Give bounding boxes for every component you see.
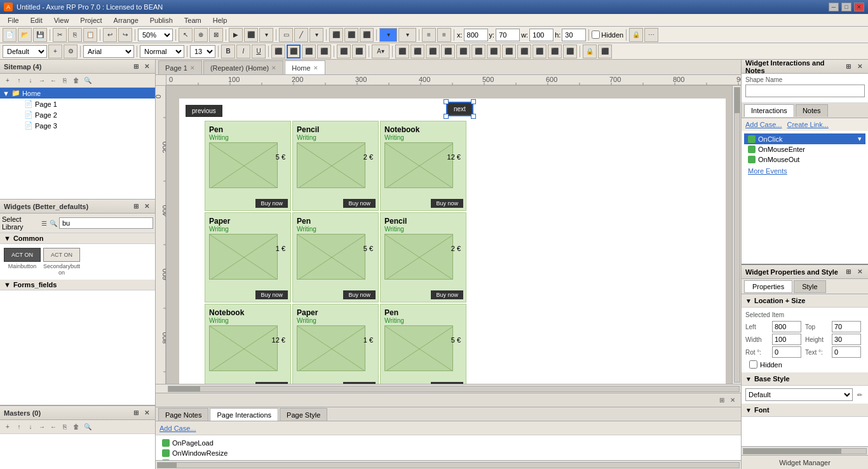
sitemap-search-btn[interactable]: 🔍 — [83, 76, 93, 86]
italic-button[interactable]: I — [236, 44, 250, 58]
arrange-btns4[interactable]: ⬛ — [441, 44, 455, 58]
arrange-btns5[interactable]: ⬛ — [456, 44, 470, 58]
sitemap-close-icon[interactable]: ✕ — [142, 62, 151, 71]
lock-button[interactable]: 🔒 — [629, 28, 643, 42]
more-options[interactable]: ⋯ — [644, 28, 658, 42]
library-menu-icon[interactable]: ☰ — [40, 219, 48, 228]
menu-team[interactable]: Team — [179, 15, 207, 25]
tab-page-interactions[interactable]: Page Interactions — [210, 408, 278, 421]
sitemap-item-page3[interactable]: 📄 Page 3 — [0, 120, 155, 131]
bottom-scroll-track[interactable] — [157, 462, 740, 468]
masters-down-btn[interactable]: ↓ — [25, 422, 36, 432]
canvas-hscrollbar[interactable] — [156, 384, 741, 393]
interaction-tool[interactable]: ⊕ — [194, 28, 208, 42]
arrange-btns10[interactable]: ⬛ — [532, 44, 546, 58]
sitemap-item-page1[interactable]: 📄 Page 1 — [0, 99, 155, 109]
font-style-dropdown[interactable]: Normal — [140, 45, 184, 58]
more-events-link[interactable]: More Events — [748, 167, 787, 175]
justify-text[interactable]: ⬛ — [317, 44, 331, 58]
menu-edit[interactable]: Edit — [25, 15, 48, 25]
event-onwindowresize[interactable]: OnWindowResize — [158, 448, 738, 458]
preview-dropdown[interactable]: ▾ — [259, 28, 273, 42]
x-input[interactable] — [464, 29, 488, 41]
tab-page-style[interactable]: Page Style — [280, 408, 327, 421]
widget-mainbutton[interactable]: ACT ON Mainbutton — [4, 248, 41, 276]
handle-bl[interactable] — [444, 114, 449, 119]
pointer-tool[interactable]: ↖ — [179, 28, 193, 42]
canvas-scroll-area[interactable]: previous next — [166, 86, 732, 384]
handle-br[interactable] — [471, 114, 476, 119]
wp-close-icon[interactable]: ✕ — [855, 268, 864, 276]
wi-event-onmouseout[interactable]: OnMouseOut — [744, 154, 865, 165]
widget-dropdown[interactable]: ▾ — [309, 28, 323, 42]
sitemap-add-btn[interactable]: + — [3, 76, 13, 86]
open-button[interactable]: 📂 — [18, 28, 32, 42]
sitemap-up-btn[interactable]: ↑ — [14, 76, 24, 86]
wi-create-link[interactable]: Create Link... — [787, 121, 828, 128]
align-right-text[interactable]: ⬛ — [302, 44, 316, 58]
arrange-btns8[interactable]: ⬛ — [502, 44, 516, 58]
play-button[interactable]: ▶ — [229, 28, 243, 42]
fill-color[interactable]: ▾ — [379, 28, 397, 42]
valign-top[interactable]: ⬛ — [337, 44, 351, 58]
paste-button[interactable]: 📋 — [83, 28, 97, 42]
wp-tab-style[interactable]: Style — [794, 280, 825, 293]
base-style-edit-icon[interactable]: ✏ — [855, 390, 864, 399]
wi-tab-interactions[interactable]: Interactions — [744, 104, 794, 117]
minimize-button[interactable]: ─ — [829, 3, 839, 11]
stop-button[interactable]: ⬛ — [244, 28, 258, 42]
font-family-dropdown[interactable]: Arial — [83, 45, 134, 58]
y-input[interactable] — [496, 29, 520, 41]
widget-secondarybutton[interactable]: ACT ON Secondarybutton — [43, 248, 80, 276]
tab-home[interactable]: Home ✕ — [285, 60, 325, 74]
masters-add-btn[interactable]: + — [3, 422, 13, 432]
height-input[interactable] — [832, 334, 861, 345]
rot-input[interactable] — [772, 346, 801, 358]
lock-btn2[interactable]: 🔒 — [583, 44, 597, 58]
buy-button-3[interactable]: Buy now — [255, 290, 288, 299]
font-color[interactable]: A▾ — [372, 44, 390, 58]
sitemap-down-btn[interactable]: ↓ — [25, 76, 36, 86]
align-text-left[interactable]: ≡ — [422, 28, 436, 42]
menu-publish[interactable]: Publish — [145, 15, 178, 25]
buy-button-4[interactable]: Buy now — [343, 290, 376, 299]
buy-button-6[interactable]: Buy now — [255, 382, 288, 384]
align-center[interactable]: ⬛ — [344, 28, 358, 42]
undo-button[interactable]: ↩ — [103, 28, 117, 42]
font-size-dropdown[interactable]: 13 — [190, 45, 215, 58]
widgets-expand-icon[interactable]: ⊞ — [132, 202, 140, 211]
sitemap-delete-btn[interactable]: 🗑 — [71, 76, 81, 86]
w-input[interactable] — [529, 29, 553, 41]
h-input[interactable] — [562, 29, 586, 41]
sitemap-indent-btn[interactable]: → — [37, 76, 47, 86]
border-color[interactable]: ▾ — [398, 28, 416, 42]
wp-scroll-thumb[interactable] — [743, 449, 841, 454]
menu-help[interactable]: Help — [208, 15, 233, 25]
unlock-btn[interactable]: ⬛ — [598, 44, 612, 58]
hidden-checkbox[interactable] — [592, 31, 600, 39]
arrange-btns2[interactable]: ⬛ — [410, 44, 424, 58]
hscroll-thumb[interactable] — [168, 386, 200, 391]
redo-button[interactable]: ↪ — [118, 28, 132, 42]
forms-section-header[interactable]: ▼ Forms_fields — [0, 280, 155, 290]
wp-tab-properties[interactable]: Properties — [744, 280, 792, 293]
sitemap-outdent-btn[interactable]: ← — [48, 76, 58, 86]
arrange-btns[interactable]: ⬛ — [395, 44, 409, 58]
sitemap-item-home[interactable]: ▼ 📁 Home — [0, 88, 155, 99]
buy-button-5[interactable]: Buy now — [431, 290, 463, 299]
tab-page-notes[interactable]: Page Notes — [158, 408, 208, 421]
base-style-select[interactable]: Default — [745, 388, 853, 401]
shape-name-input[interactable] — [745, 85, 865, 97]
left-input[interactable] — [772, 321, 801, 332]
shape-tool[interactable]: ▭ — [279, 28, 293, 42]
buy-button-7[interactable]: Buy now — [343, 382, 376, 384]
canvas-vscrollbar[interactable] — [732, 86, 741, 384]
buy-button-8[interactable]: Buy now — [431, 382, 463, 384]
close-button[interactable]: ✕ — [854, 3, 864, 11]
line-tool[interactable]: ╱ — [294, 28, 308, 42]
align-center-text[interactable]: ⬛ — [287, 44, 301, 58]
hidden-prop-checkbox[interactable] — [749, 360, 757, 369]
zoom-dropdown[interactable]: 50%75%100% — [138, 29, 173, 41]
arrange-btns12[interactable]: ⬛ — [563, 44, 577, 58]
masters-up-btn[interactable]: ↑ — [14, 422, 24, 432]
